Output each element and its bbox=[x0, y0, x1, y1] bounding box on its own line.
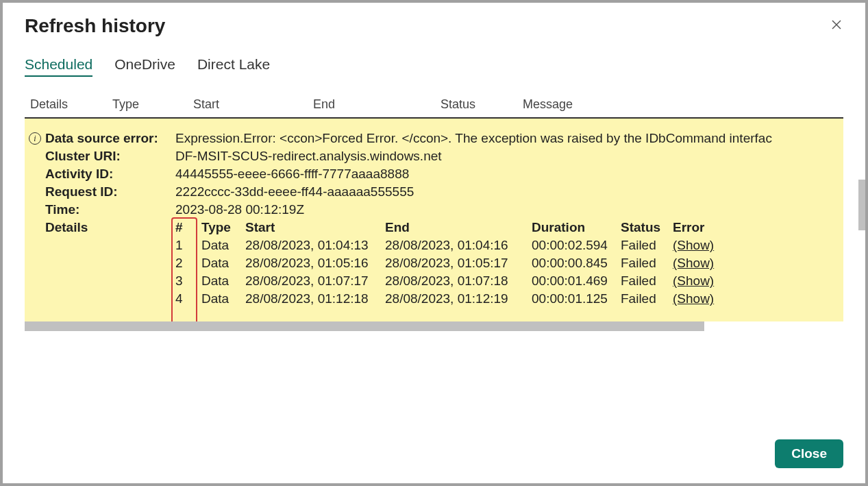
show-error-link[interactable]: (Show) bbox=[673, 238, 714, 253]
details-label: Details bbox=[45, 220, 175, 235]
dialog-footer: Close bbox=[25, 426, 843, 468]
col-message: Message bbox=[523, 97, 843, 112]
close-button[interactable]: Close bbox=[775, 439, 843, 468]
col-details: Details bbox=[30, 97, 112, 112]
show-error-link[interactable]: (Show) bbox=[673, 256, 714, 271]
activity-id-label: Activity ID: bbox=[45, 167, 175, 182]
cell-type: Data bbox=[201, 238, 245, 253]
cell-duration: 00:00:02.594 bbox=[532, 238, 621, 253]
details-col-status: Status bbox=[621, 220, 673, 235]
details-col-error: Error bbox=[673, 220, 714, 235]
refresh-history-dialog: Refresh history Scheduled OneDrive Direc… bbox=[3, 3, 865, 483]
cell-n: 2 bbox=[175, 256, 201, 271]
tab-scheduled[interactable]: Scheduled bbox=[25, 56, 92, 77]
cell-start: 28/08/2023, 01:05:16 bbox=[245, 256, 385, 271]
time-label: Time: bbox=[45, 202, 175, 217]
show-error-link[interactable]: (Show) bbox=[673, 274, 714, 289]
horizontal-scrollbar[interactable] bbox=[25, 321, 704, 331]
cell-status: Failed bbox=[621, 256, 673, 271]
cell-n: 1 bbox=[175, 238, 201, 253]
cell-duration: 00:00:01.125 bbox=[532, 291, 621, 306]
request-id-label: Request ID: bbox=[45, 184, 175, 199]
close-icon[interactable] bbox=[827, 15, 846, 34]
tab-onedrive[interactable]: OneDrive bbox=[114, 56, 175, 77]
cell-status: Failed bbox=[621, 291, 673, 306]
details-col-type: Type bbox=[201, 220, 245, 235]
cell-start: 28/08/2023, 01:04:13 bbox=[245, 238, 385, 253]
cell-duration: 00:00:01.469 bbox=[532, 274, 621, 289]
cell-n: 4 bbox=[175, 291, 201, 306]
col-status: Status bbox=[441, 97, 523, 112]
show-error-link[interactable]: (Show) bbox=[673, 291, 714, 306]
cell-n: 3 bbox=[175, 274, 201, 289]
data-source-error-value: Expression.Error: <ccon>Forced Error. </… bbox=[175, 131, 772, 146]
cell-end: 28/08/2023, 01:07:18 bbox=[385, 274, 532, 289]
cell-status: Failed bbox=[621, 274, 673, 289]
error-panel: i Data source error: Expression.Error: <… bbox=[25, 119, 843, 321]
cell-type: Data bbox=[201, 291, 245, 306]
col-start: Start bbox=[193, 97, 313, 112]
cell-end: 28/08/2023, 01:12:19 bbox=[385, 291, 532, 306]
cell-start: 28/08/2023, 01:12:18 bbox=[245, 291, 385, 306]
cluster-uri-value: DF-MSIT-SCUS-redirect.analysis.windows.n… bbox=[175, 149, 442, 164]
cell-type: Data bbox=[201, 274, 245, 289]
columns-header: Details Type Start End Status Message bbox=[25, 97, 843, 119]
tab-direct-lake[interactable]: Direct Lake bbox=[197, 56, 270, 77]
info-icon: i bbox=[29, 132, 41, 145]
data-source-error-label: Data source error: bbox=[45, 131, 175, 146]
cell-status: Failed bbox=[621, 238, 673, 253]
details-col-start: Start bbox=[245, 220, 385, 235]
activity-id-value: 44445555-eeee-6666-ffff-7777aaaa8888 bbox=[175, 167, 409, 182]
details-col-end: End bbox=[385, 220, 532, 235]
col-end: End bbox=[313, 97, 441, 112]
details-grid: # Type Start End Duration Status Error 1… bbox=[175, 220, 714, 306]
vertical-scrollbar[interactable] bbox=[858, 180, 865, 230]
cell-type: Data bbox=[201, 256, 245, 271]
details-col-duration: Duration bbox=[532, 220, 621, 235]
dialog-title: Refresh history bbox=[25, 15, 843, 37]
col-type: Type bbox=[112, 97, 193, 112]
cell-duration: 00:00:00.845 bbox=[532, 256, 621, 271]
tabs: Scheduled OneDrive Direct Lake bbox=[25, 56, 843, 77]
cell-end: 28/08/2023, 01:04:16 bbox=[385, 238, 532, 253]
cell-start: 28/08/2023, 01:07:17 bbox=[245, 274, 385, 289]
request-id-value: 2222cccc-33dd-eeee-ff44-aaaaaa555555 bbox=[175, 184, 414, 199]
time-value: 2023-08-28 00:12:19Z bbox=[175, 202, 304, 217]
cluster-uri-label: Cluster URI: bbox=[45, 149, 175, 164]
details-col-n: # bbox=[175, 220, 201, 235]
cell-end: 28/08/2023, 01:05:17 bbox=[385, 256, 532, 271]
